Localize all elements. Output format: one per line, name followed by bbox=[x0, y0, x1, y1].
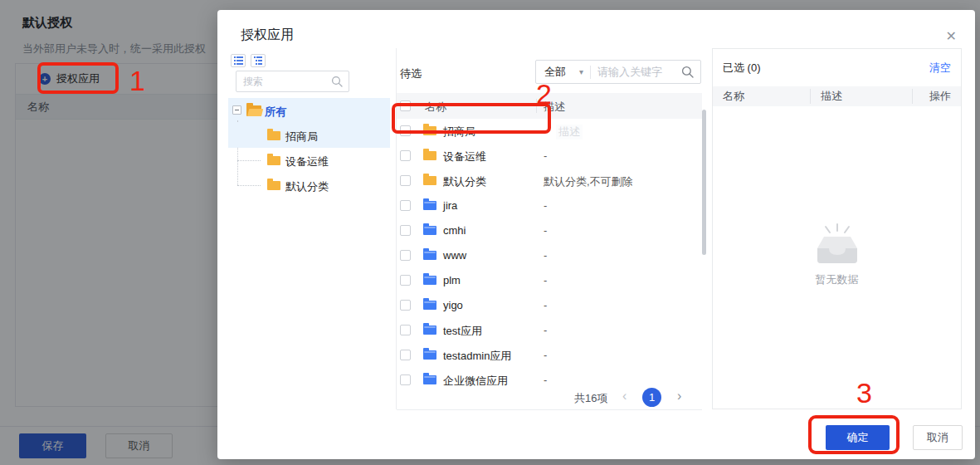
middle-panel-border bbox=[397, 409, 702, 410]
row-desc: - bbox=[544, 299, 547, 311]
chevron-down-icon: ▾ bbox=[579, 67, 583, 76]
tree-collapse-icon[interactable] bbox=[232, 105, 241, 115]
row-desc: - bbox=[544, 274, 547, 286]
tree-search-input[interactable] bbox=[243, 71, 326, 91]
row-checkbox[interactable] bbox=[400, 250, 411, 261]
tree-view-icon bbox=[254, 55, 263, 67]
tree-node[interactable]: 招商局 bbox=[228, 123, 390, 148]
row-checkbox[interactable] bbox=[400, 125, 411, 136]
app-row[interactable]: www - bbox=[397, 243, 702, 268]
modal-cancel-button[interactable]: 取消 bbox=[913, 425, 963, 450]
column-divider bbox=[810, 89, 811, 104]
row-checkbox[interactable] bbox=[400, 325, 411, 335]
app-folder-icon bbox=[423, 276, 436, 285]
pagination-total: 共16项 bbox=[574, 391, 607, 406]
row-checkbox[interactable] bbox=[400, 300, 411, 311]
description-column-header: 描述 bbox=[544, 100, 565, 115]
app-row[interactable]: cmhi - bbox=[397, 218, 702, 243]
row-checkbox[interactable] bbox=[400, 175, 411, 186]
empty-state: 暂无数据 bbox=[713, 223, 961, 287]
app-folder-icon bbox=[423, 226, 436, 235]
name-column-header: 名称 bbox=[723, 89, 744, 104]
app-row[interactable]: 设备运维 - bbox=[397, 144, 702, 169]
column-divider bbox=[912, 89, 913, 104]
empty-inbox-icon bbox=[811, 223, 864, 267]
flat-view-toggle-button[interactable] bbox=[231, 54, 246, 67]
scrollbar-thumb[interactable] bbox=[702, 110, 706, 255]
tree-node[interactable]: 默认分类 bbox=[228, 173, 390, 198]
app-row[interactable]: jira - bbox=[397, 193, 702, 218]
app-row[interactable]: 招商局 - 描述 bbox=[397, 119, 702, 144]
prev-page-icon[interactable]: ‹ bbox=[622, 389, 627, 404]
row-checkbox[interactable] bbox=[400, 350, 411, 360]
page-number-button[interactable]: 1 bbox=[642, 388, 661, 407]
column-divider bbox=[536, 99, 537, 113]
pagination: 共16项 ‹ 1 › bbox=[397, 388, 702, 408]
open-folder-icon bbox=[246, 105, 261, 116]
list-view-icon bbox=[234, 55, 243, 67]
row-desc: - bbox=[544, 374, 547, 386]
tree-node-label: 招商局 bbox=[285, 130, 318, 144]
modal-title: 授权应用 bbox=[241, 27, 294, 44]
select-all-checkbox[interactable] bbox=[400, 100, 411, 111]
app-folder-icon bbox=[423, 301, 436, 310]
app-row[interactable]: test应用 - bbox=[397, 318, 702, 343]
row-name: yigo bbox=[443, 299, 463, 311]
row-checkbox[interactable] bbox=[400, 374, 411, 385]
row-name: jira bbox=[443, 199, 457, 212]
category-folder-icon bbox=[423, 176, 436, 185]
row-name: cmhi bbox=[443, 224, 466, 237]
row-checkbox[interactable] bbox=[400, 150, 411, 161]
row-checkbox[interactable] bbox=[400, 200, 411, 211]
clear-all-link[interactable]: 清空 bbox=[929, 61, 951, 76]
folder-icon bbox=[267, 156, 280, 165]
row-desc: - bbox=[544, 199, 547, 212]
app-row[interactable]: yigo - bbox=[397, 293, 702, 318]
row-checkbox[interactable] bbox=[400, 225, 411, 236]
app-folder-icon bbox=[423, 350, 436, 360]
selected-panel-header: 已选 (0) 清空 bbox=[713, 49, 961, 86]
tree-node-root[interactable]: 所有 bbox=[228, 98, 390, 123]
app-row[interactable]: testadmin应用 - bbox=[397, 343, 702, 368]
description-column-header: 描述 bbox=[821, 89, 842, 104]
name-column-header: 名称 bbox=[425, 100, 446, 115]
row-desc: - bbox=[544, 224, 547, 237]
app-row[interactable]: plm - bbox=[397, 268, 702, 293]
empty-state-text: 暂无数据 bbox=[713, 272, 961, 287]
app-folder-icon bbox=[423, 375, 436, 384]
filter-search-group: 全部 ▾ bbox=[535, 60, 701, 84]
row-desc: - bbox=[544, 249, 547, 262]
keyword-search-input[interactable] bbox=[591, 66, 680, 78]
row-desc: - bbox=[544, 349, 547, 361]
search-icon bbox=[331, 76, 343, 87]
row-name: 默认分类 bbox=[443, 174, 486, 189]
tree-node-label: 所有 bbox=[265, 105, 286, 120]
tree-node[interactable]: 设备运维 bbox=[228, 148, 390, 173]
row-name: 企业微信应用 bbox=[443, 374, 508, 389]
app-row[interactable]: 默认分类 默认分类,不可删除 bbox=[397, 169, 702, 193]
authorize-app-modal: 授权应用 ✕ 所有 招商局 bbox=[217, 10, 975, 459]
tree-node-label: 默认分类 bbox=[285, 179, 329, 194]
row-checkbox[interactable] bbox=[400, 275, 411, 286]
candidate-list-title: 待选 bbox=[400, 66, 422, 81]
row-name: 招商局 bbox=[443, 125, 475, 140]
row-name: 设备运维 bbox=[443, 149, 486, 164]
category-folder-icon bbox=[423, 151, 436, 160]
candidate-table-header: 名称 描述 bbox=[397, 93, 702, 119]
selected-panel: 已选 (0) 清空 名称 描述 操作 暂无数据 bbox=[712, 48, 962, 409]
search-icon[interactable] bbox=[681, 66, 694, 78]
close-icon[interactable]: ✕ bbox=[946, 30, 957, 43]
selected-count-title: 已选 (0) bbox=[723, 61, 761, 76]
category-filter-select[interactable]: 全部 ▾ bbox=[536, 65, 590, 80]
folder-icon bbox=[267, 131, 280, 140]
confirm-button[interactable]: 确定 bbox=[826, 425, 890, 450]
next-page-icon[interactable]: › bbox=[677, 389, 681, 404]
tree-search-box bbox=[236, 71, 349, 92]
category-folder-icon bbox=[423, 126, 436, 135]
app-folder-icon bbox=[423, 201, 436, 210]
tree-view-toggle-button[interactable] bbox=[251, 54, 266, 67]
row-name: plm bbox=[443, 274, 461, 286]
row-name: testadmin应用 bbox=[443, 349, 511, 364]
filter-selected-value: 全部 bbox=[544, 65, 566, 80]
row-name: www bbox=[443, 249, 466, 262]
